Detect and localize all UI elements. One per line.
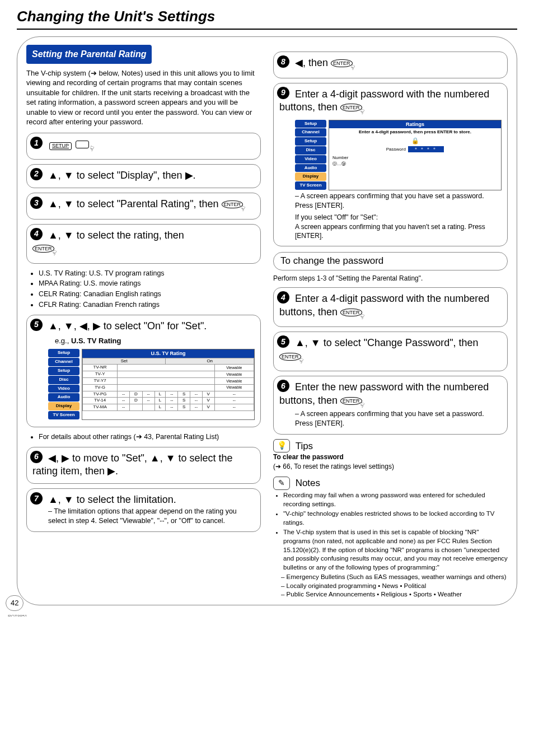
- osd-cell: --: [118, 398, 130, 404]
- osd-side-item: Disc: [48, 376, 79, 384]
- osd-cell: TV-Y: [83, 371, 118, 378]
- enter-key-icon: ENTER: [222, 200, 243, 208]
- osd-cell: D: [129, 391, 142, 398]
- osd-screenshot-rating: Setup Channel Setup Disc Video Audio Dis…: [48, 349, 255, 419]
- remote-key-icon: [76, 141, 89, 148]
- note-subitem: – Emergency Bulletins (Such as EAS messa…: [281, 573, 508, 582]
- page-number: 42: [6, 595, 24, 611]
- column-right: 8 ◀, then ENTER☟ 9 Enter a 4-digit passw…: [273, 47, 508, 599]
- osd-cell: TV-MA: [83, 404, 118, 411]
- step-number: 7: [30, 492, 43, 505]
- osd-cell: --: [118, 391, 130, 398]
- osd-cell: --: [214, 398, 254, 404]
- osd-side-item-active: Display: [48, 402, 79, 410]
- osd-cell: V: [202, 404, 214, 411]
- osd-cell: Viewable: [214, 365, 254, 371]
- osd-cell: TV-NR: [83, 365, 118, 371]
- osd-cell: Viewable: [214, 378, 254, 385]
- step-8: 8 ◀, then ENTER☟: [273, 52, 508, 78]
- step-text: ▲, ▼ to select "Display", then ▶.: [48, 170, 196, 181]
- step-text: ▲, ▼, ◀, ▶ to select "On" for "Set".: [48, 320, 207, 332]
- step-text: ▲, ▼ to select the limitation.: [48, 494, 176, 505]
- osd-cell: L: [154, 398, 166, 404]
- doc-code: RQT8851: [8, 614, 27, 617]
- osd-cell: --: [190, 404, 203, 411]
- step-note: – A screen appears confirming that you h…: [295, 192, 502, 211]
- step-number: 3: [30, 197, 43, 209]
- osd-cell: V: [202, 391, 214, 398]
- step-9: 9 Enter a 4-digit password with the numb…: [273, 83, 508, 246]
- osd-side-item: TV Screen: [295, 181, 326, 190]
- osd-cell: --: [214, 404, 254, 411]
- column-left: Setting the Parental Rating The V-chip s…: [26, 47, 261, 599]
- notes-label: Notes: [296, 477, 320, 490]
- step-7: 7 ▲, ▼ to select the limitation. – The l…: [26, 488, 261, 531]
- lock-icon: 🔒: [329, 137, 501, 145]
- step-3: 3 ▲, ▼ to select "Parental Rating", then…: [26, 193, 261, 220]
- osd-side-item: Setup: [295, 120, 326, 128]
- osd-password-label: Password: [386, 147, 406, 152]
- sub-heading: To change the password: [273, 252, 508, 270]
- osd-sidebar: Setup Channel Setup Disc Video Audio Dis…: [48, 349, 79, 419]
- step-text: ◀, ▶ to move to "Set", ▲, ▼ to select th…: [32, 452, 233, 477]
- step-text: Enter the new password with the numbered…: [279, 381, 489, 405]
- step-2: 2 ▲, ▼ to select "Display", then ▶.: [26, 164, 261, 188]
- osd-number-label: Number: [332, 155, 348, 160]
- step-text: ◀, then: [295, 57, 331, 68]
- step-4: 4 ▲, ▼ to select the rating, thenENTER☟: [26, 224, 261, 264]
- osd-side-item: Video: [48, 385, 79, 393]
- osd-cell: --: [166, 391, 178, 398]
- osd-cell: S: [178, 404, 190, 411]
- step-1: 1 SETUP ☟: [26, 133, 261, 160]
- step-number: 6: [30, 451, 43, 463]
- osd-col-on: On: [166, 358, 254, 365]
- osd-col-set: Set: [83, 358, 166, 365]
- osd-side-item-active: Display: [295, 172, 326, 181]
- step-number: 1: [30, 137, 43, 149]
- osd-cell: --: [142, 391, 154, 398]
- tips-label: Tips: [296, 440, 313, 453]
- step-number: 9: [277, 87, 289, 99]
- list-item: CFLR Rating: Canadian French ratings: [39, 300, 261, 310]
- osd-rating-table: SetOn TV-NRViewable TV-YViewable TV-Y7Vi…: [82, 358, 254, 411]
- osd-cell: D: [129, 398, 142, 404]
- step-text: ▲, ▼ to select "Parental Rating", then: [48, 198, 222, 209]
- enter-key-icon: ENTER: [32, 245, 54, 253]
- osd-header: U.S. TV Rating: [82, 349, 254, 357]
- divider: [17, 29, 517, 30]
- osd-cell: Viewable: [214, 384, 254, 391]
- list-item: CELR Rating: Canadian English ratings: [39, 289, 261, 300]
- osd-cell: L: [154, 404, 166, 411]
- osd-cell: TV-PG: [83, 391, 118, 398]
- osd-side-item: Audio: [48, 393, 79, 402]
- osd-cell: --: [166, 404, 178, 411]
- osd-cell: TV-14: [83, 398, 118, 404]
- osd-cell: V: [202, 398, 214, 404]
- step-number: 5: [30, 319, 43, 331]
- content-frame: Setting the Parental Rating The V-chip s…: [17, 36, 517, 605]
- osd-cell: L: [154, 391, 166, 398]
- osd-instruction: Enter a 4-digit password, then press ENT…: [329, 128, 501, 137]
- example-value: U.S. TV Rating: [71, 337, 121, 345]
- list-item: MPAA Rating: U.S. movie ratings: [39, 278, 261, 289]
- osd-side-item: Setup: [48, 349, 79, 357]
- change-step-5: 5 ▲, ▼ to select "Change Password", then…: [273, 332, 508, 371]
- step-5: 5 ▲, ▼, ◀, ▶ to select "On" for "Set". e…: [26, 315, 261, 427]
- enter-key-icon: ENTER: [331, 59, 353, 67]
- step-note: A screen appears confirming that you hav…: [295, 222, 502, 240]
- osd-screenshot-password: Setup Channel Setup Disc Video Audio Dis…: [295, 120, 502, 190]
- step-number: 4: [30, 228, 43, 240]
- enter-key-icon: ENTER: [340, 309, 362, 316]
- step-note: – The limitation options that appear dep…: [48, 507, 255, 526]
- note-item: Recording may fail when a wrong password…: [283, 491, 508, 508]
- sub-intro: Perform steps 1-3 of "Setting the Parent…: [273, 274, 508, 283]
- step-text: ▲, ▼ to select the rating, then: [48, 230, 184, 241]
- osd-cell: Viewable: [214, 371, 254, 378]
- note-subitem: – Locally originated programming • News …: [281, 582, 508, 591]
- rating-list: U.S. TV Rating: U.S. TV program ratings …: [32, 268, 261, 310]
- osd-side-item: TV Screen: [48, 411, 79, 419]
- osd-side-item: Channel: [295, 128, 326, 137]
- step-text: Enter a 4-digit password with the number…: [279, 293, 489, 317]
- osd-side-item: Video: [295, 155, 326, 164]
- step-6: 6 ◀, ▶ to move to "Set", ▲, ▼ to select …: [26, 447, 261, 484]
